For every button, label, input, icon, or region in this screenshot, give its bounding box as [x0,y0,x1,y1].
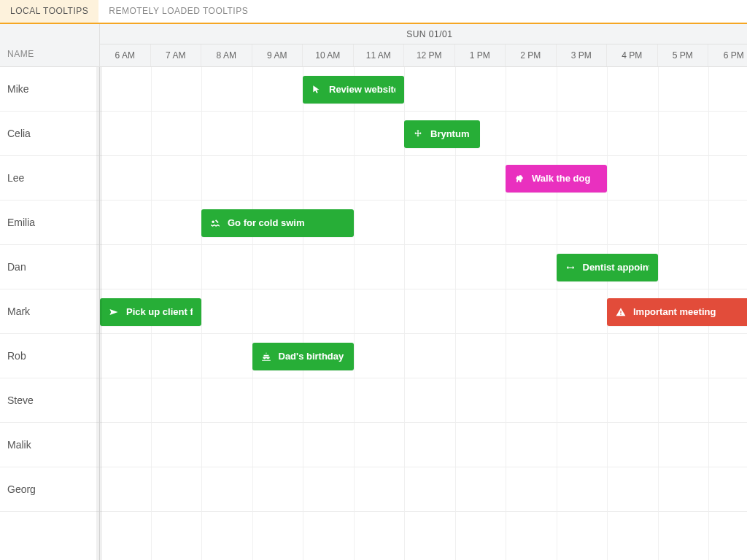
date-header[interactable]: SUN 01/01 [100,24,747,44]
event-label: Walk the dog [532,173,590,184]
hour-header-cell[interactable]: 6 AM [100,44,151,66]
schedule-event[interactable]: Bryntum onboarding [404,120,480,148]
warning-icon [616,307,626,317]
resource-row-name[interactable]: Georg [0,467,99,512]
cake-icon [261,351,271,362]
hresize-icon [565,262,576,273]
resource-row-name[interactable]: Dan [0,245,99,289]
timeline-row[interactable] [100,423,747,467]
event-label: Dentist appointment [583,262,649,273]
swim-icon [210,218,220,228]
time-axis-header: SUN 01/01 6 AM7 AM8 AM9 AM10 AM11 AM12 P… [100,24,747,66]
schedule-event[interactable]: Walk the dog [506,165,607,192]
cursor-icon [311,85,322,95]
timeline-row[interactable] [100,156,747,201]
timeline-row[interactable] [100,467,747,512]
resource-row-name[interactable]: Steve [0,378,99,423]
column-splitter[interactable] [96,67,102,560]
hours-header-row: 6 AM7 AM8 AM9 AM10 AM11 AM12 PM1 PM2 PM3… [100,44,747,66]
event-label: Important meeting [633,306,716,317]
schedule-event[interactable]: Review website [303,76,404,104]
hour-header-cell[interactable]: 1 PM [455,44,506,66]
event-label: Dad's birthday [279,351,344,362]
schedule-event[interactable]: Pick up client from airport [100,298,201,326]
schedule-event[interactable]: Important meeting [607,298,747,326]
resource-row-name[interactable]: Emilia [0,201,99,245]
hour-header-cell[interactable]: 9 AM [252,44,303,66]
scheduler: NAME SUN 01/01 6 AM7 AM8 AM9 AM10 AM11 A… [0,24,747,560]
resource-row-name[interactable]: Malik [0,423,99,467]
schedule-event[interactable]: Dentist appointment [557,254,658,281]
timeline-row[interactable] [100,378,747,423]
name-column-header[interactable]: NAME [0,24,100,66]
event-label: Bryntum onboarding [430,128,471,139]
schedule-event[interactable]: Go for cold swim [201,209,354,237]
timeline-grid[interactable]: Review websiteBryntum onboardingWalk the… [100,67,747,560]
scheduler-body: MikeCeliaLeeEmiliaDanMarkRobSteveMalikGe… [0,67,747,560]
hour-header-cell[interactable]: 10 AM [303,44,354,66]
hour-header-cell[interactable]: 5 PM [658,44,709,66]
move-icon [413,129,423,139]
tab-remote-tooltips[interactable]: REMOTELY LOADED TOOLTIPS [98,0,258,23]
hour-header-cell[interactable]: 6 PM [708,44,747,66]
hour-header-cell[interactable]: 3 PM [557,44,608,66]
hour-header-cell[interactable]: 8 AM [201,44,252,66]
resource-row-name[interactable]: Mike [0,67,99,112]
resource-row-name[interactable]: Lee [0,156,99,201]
resource-row-name[interactable]: Celia [0,112,99,156]
tab-local-tooltips[interactable]: LOCAL TOOLTIPS [0,0,98,23]
plane-icon [109,307,119,317]
resource-row-name[interactable]: Rob [0,334,99,378]
scheduler-header: NAME SUN 01/01 6 AM7 AM8 AM9 AM10 AM11 A… [0,24,747,67]
timeline-row[interactable] [100,201,747,245]
hour-header-cell[interactable]: 4 PM [607,44,658,66]
hour-header-cell[interactable]: 2 PM [506,44,557,66]
dog-icon [514,174,525,184]
event-label: Pick up client from airport [126,306,193,317]
event-label: Review website [329,84,395,95]
resource-row-name[interactable]: Mark [0,289,99,334]
timeline-row[interactable] [100,334,747,378]
hour-header-cell[interactable]: 11 AM [354,44,405,66]
resource-name-column: MikeCeliaLeeEmiliaDanMarkRobSteveMalikGe… [0,67,100,560]
schedule-event[interactable]: Dad's birthday [252,343,354,370]
timeline-row[interactable] [100,67,747,112]
event-label: Go for cold swim [228,217,304,228]
hour-header-cell[interactable]: 7 AM [151,44,202,66]
hour-header-cell[interactable]: 12 PM [404,44,455,66]
tab-bar: LOCAL TOOLTIPS REMOTELY LOADED TOOLTIPS [0,0,747,24]
